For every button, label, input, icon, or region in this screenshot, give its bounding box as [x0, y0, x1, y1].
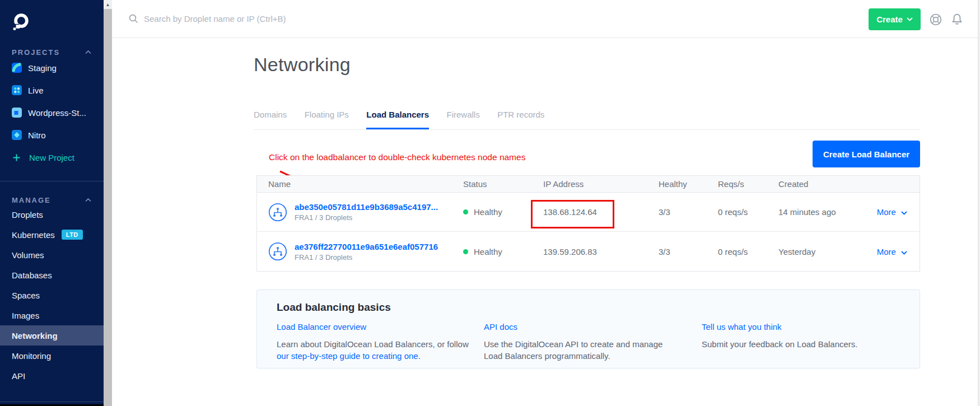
help-lifebuoy-icon[interactable] — [928, 12, 943, 27]
sidebar-item-api[interactable]: API — [0, 366, 104, 386]
healthy-count: 3/3 — [659, 207, 718, 217]
sidebar-item-volumes[interactable]: Volumes — [0, 245, 104, 265]
basics-title: Load balancing basics — [277, 301, 920, 314]
create-button[interactable]: Create — [869, 8, 921, 30]
sidebar-item-databases[interactable]: Databases — [0, 265, 104, 285]
create-button-label: Create — [876, 15, 903, 24]
sidebar-item-spaces[interactable]: Spaces — [0, 285, 104, 305]
load-balancer-icon — [268, 242, 287, 261]
table-row[interactable]: abe350e05781d11e9b3689a5c4197... FRA1 / … — [257, 193, 920, 232]
api-docs-link[interactable]: API docs — [484, 322, 517, 332]
sidebar-item-label: Images — [12, 311, 39, 320]
tab-ptr-records[interactable]: PTR records — [497, 110, 544, 128]
sidebar-item-networking[interactable]: Networking — [0, 325, 104, 346]
basics-text: Submit your feedback on Load Balancers. — [702, 338, 898, 350]
basics-column-feedback: Tell us what you think Submit your feedb… — [702, 322, 898, 362]
scrollbar-thumb[interactable] — [104, 9, 112, 406]
sidebar-item-droplets[interactable]: Droplets — [0, 204, 104, 225]
more-label: More — [877, 247, 896, 256]
topbar: Create — [112, 0, 978, 38]
search-icon — [129, 14, 138, 24]
healthy-status-dot — [463, 249, 468, 254]
ip-address: 138.68.124.64 — [543, 207, 659, 217]
sidebar-item-kubernetes[interactable]: Kubernetes LTD — [0, 225, 104, 245]
basics-column-api: API docs Use the DigitalOcean API to cre… — [484, 322, 702, 362]
load-balancer-name-link[interactable]: abe350e05781d11e9b3689a5c4197... — [295, 202, 438, 212]
ltd-badge: LTD — [62, 230, 83, 240]
more-label: More — [877, 207, 896, 217]
sidebar-item-label: API — [12, 371, 25, 381]
load-balancer-meta: FRA1 / 3 Droplets — [295, 253, 438, 262]
create-load-balancer-button[interactable]: Create Load Balancer — [813, 141, 920, 167]
project-icon-staging — [12, 63, 22, 73]
page-title: Networking — [254, 54, 351, 76]
annotation-text: Click on the loadbalancer to double-chec… — [269, 152, 525, 162]
sidebar-item-label: Droplets — [12, 210, 43, 220]
tab-floating-ips[interactable]: Floating IPs — [305, 110, 349, 128]
load-balancer-meta: FRA1 / 3 Droplets — [295, 213, 438, 222]
sidebar-item-label: Volumes — [12, 250, 44, 260]
load-balancer-icon — [268, 203, 287, 222]
created-time: 14 minutes ago — [778, 207, 868, 217]
sidebar-project-wordpress[interactable]: Wordpress-St... — [0, 101, 104, 124]
table-header-row: Name Status IP Address Healthy Reqs/s Cr… — [257, 176, 920, 193]
column-header-ip: IP Address — [543, 179, 659, 189]
sidebar-item-monitoring[interactable]: Monitoring — [0, 346, 104, 366]
sidebar-project-nitro[interactable]: Nitro — [0, 124, 104, 146]
sidebar-item-label: Networking — [12, 331, 58, 340]
sidebar-project-label: Wordpress-St... — [28, 108, 86, 118]
status-text: Healthy — [474, 207, 502, 217]
sidebar-item-label: Spaces — [12, 291, 40, 300]
tab-firewalls[interactable]: Firewalls — [446, 110, 479, 128]
column-header-created: Created — [778, 179, 868, 189]
collapse-chevron-up-icon[interactable] — [85, 198, 91, 202]
tab-domains[interactable]: Domains — [254, 110, 287, 128]
load-balancer-overview-link[interactable]: Load Balancer overview — [277, 322, 366, 332]
sidebar-project-live[interactable]: Live — [0, 79, 104, 101]
project-icon-live — [12, 85, 22, 95]
sidebar-item-label: Databases — [12, 270, 52, 280]
collapse-chevron-up-icon[interactable] — [85, 50, 91, 54]
manage-section-label: MANAGE — [12, 196, 51, 204]
notifications-bell-icon[interactable] — [950, 12, 964, 27]
chevron-down-icon — [901, 251, 907, 255]
sidebar-project-label: Nitro — [28, 130, 46, 140]
column-header-status: Status — [463, 179, 543, 189]
scrollbar-up-arrow[interactable]: ▲ — [104, 0, 112, 9]
search-input[interactable] — [144, 14, 480, 24]
column-header-reqs: Reqs/s — [718, 179, 778, 189]
sidebar: PROJECTS Staging Live Wordpress-St... — [0, 0, 104, 406]
requests-per-second: 0 reqs/s — [718, 207, 778, 217]
more-dropdown[interactable]: More — [868, 207, 920, 217]
sidebar-project-label: Live — [28, 86, 44, 95]
plus-icon — [13, 154, 20, 161]
healthy-count: 3/3 — [659, 247, 718, 256]
basics-text: Use the DigitalOcean API to create and m… — [484, 338, 663, 362]
more-dropdown[interactable]: More — [868, 247, 920, 256]
load-balancing-basics-panel: Load balancing basics Load Balancer over… — [256, 290, 920, 368]
new-project-label: New Project — [29, 153, 74, 162]
tab-load-balancers[interactable]: Load Balancers — [366, 110, 429, 129]
sidebar-item-label: Monitoring — [12, 351, 51, 361]
sidebar-project-staging[interactable]: Staging — [0, 57, 104, 79]
vertical-scrollbar[interactable]: ▲ — [104, 0, 112, 406]
project-icon-wordpress — [12, 108, 22, 118]
digitalocean-logo[interactable] — [11, 12, 30, 31]
projects-section-header[interactable]: PROJECTS — [0, 48, 104, 57]
sidebar-item-images[interactable]: Images — [0, 305, 104, 325]
load-balancer-table: Name Status IP Address Healthy Reqs/s Cr… — [256, 175, 920, 272]
new-project-button[interactable]: New Project — [0, 146, 104, 169]
manage-section-header[interactable]: MANAGE — [0, 196, 104, 204]
chevron-down-icon — [907, 17, 913, 21]
ip-address: 139.59.206.83 — [543, 247, 659, 256]
step-by-step-guide-link[interactable]: our step-by-step guide to creating one. — [277, 351, 421, 361]
column-header-name: Name — [268, 179, 463, 189]
feedback-link[interactable]: Tell us what you think — [702, 322, 782, 332]
healthy-status-dot — [463, 209, 468, 214]
sidebar-bottom-divider — [0, 402, 104, 402]
table-row[interactable]: ae376ff22770011e9a651e6eaf057716 FRA1 / … — [257, 232, 920, 271]
project-icon-nitro — [12, 130, 22, 140]
sidebar-item-label: Kubernetes — [12, 230, 55, 240]
basics-text: Learn about DigitalOcean Load Balancers,… — [277, 339, 469, 349]
load-balancer-name-link[interactable]: ae376ff22770011e9a651e6eaf057716 — [295, 242, 438, 251]
